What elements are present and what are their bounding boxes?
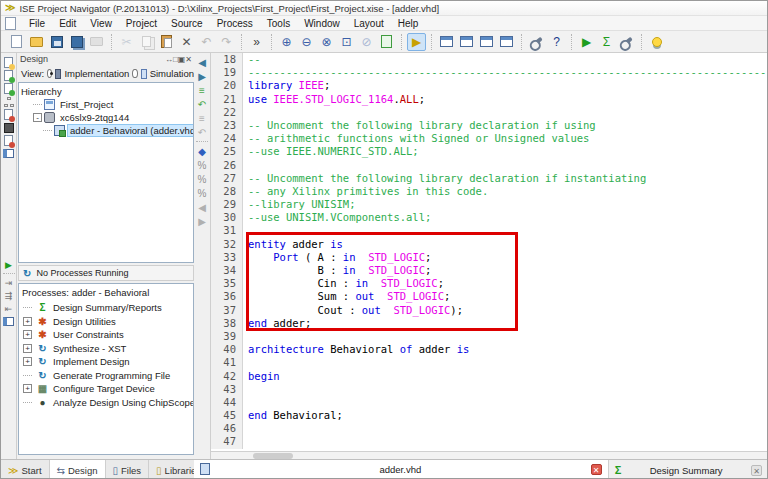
cut-icon-button[interactable]: ✂ [117,33,136,51]
doc-tab-close-icon[interactable]: ✕ [751,465,762,476]
menu-tools[interactable]: Tools [260,17,297,30]
delete-icon-button[interactable]: ✕ [177,33,196,51]
run-icon-button[interactable]: ▶ [577,33,596,51]
tab-start[interactable]: ≫Start [1,460,50,479]
doc-tab-close-icon[interactable]: ✕ [591,464,602,475]
remove-source-icon-button[interactable] [2,108,16,121]
process-item[interactable]: ●Analyze Design Using ChipScope [19,396,193,410]
smart-indent-icon-button[interactable]: ↶ [195,97,210,111]
copy-icon-button[interactable] [137,33,156,51]
process-expander[interactable]: + [23,317,32,326]
editor-horizontal-scrollbar[interactable] [211,451,768,459]
code-editor[interactable]: 18--19----------------------------------… [211,53,768,451]
snapshot-icon-button[interactable] [2,121,16,134]
menu-source[interactable]: Source [164,17,210,30]
zoom-box-icon-button[interactable]: ⊡ [337,33,356,51]
find-icon-button[interactable]: % [195,158,210,172]
design-check-icon-button[interactable] [2,134,16,147]
process-item[interactable]: +↻Implement Design [19,355,193,369]
doc-tab-design-summary[interactable]: ΣDesign Summary✕ [609,460,768,479]
find-next-icon-button[interactable]: % [195,172,210,186]
process-view-icon-button[interactable] [2,315,16,328]
process-item[interactable]: +✱Design Utilities [19,315,193,329]
rerun-all-icon-button[interactable]: ⇶ [2,289,16,302]
goto-icon-button[interactable]: ◆ [195,144,210,158]
prev-marker-icon-button[interactable]: ◀ [195,55,210,69]
zoom-in-icon: ⊕ [281,36,291,48]
code-text [243,422,248,435]
menu-layout[interactable]: Layout [347,17,391,30]
zoom-full-icon-button[interactable]: ⊗ [317,33,336,51]
menu-edit[interactable]: Edit [52,17,83,30]
process-expander[interactable]: + [23,330,32,339]
process-expander[interactable]: + [23,357,32,366]
tab-design[interactable]: ⇆Design [50,460,106,479]
outdent-icon-button[interactable]: ≡ [195,111,210,125]
panel-view-icon-button[interactable] [2,147,16,160]
project-icon [44,99,55,110]
tab-files[interactable]: ▯Files [106,460,150,479]
design-summary-icon-button[interactable]: Σ [597,33,616,51]
layout-tile-horizontal-icon-button[interactable] [457,33,476,51]
undo-icon-button[interactable]: ↶ [197,33,216,51]
process-item[interactable]: ↻Generate Programming File [19,369,193,383]
code-line: 24-- arithmetic functions with Signed or… [211,132,768,145]
process-item[interactable]: +✱User Constraints [19,328,193,342]
view-radio-simulation[interactable] [132,69,137,78]
dock-icon-button[interactable]: ↔ [165,55,173,64]
toolbar-overflow-icon-button[interactable]: » [247,33,266,51]
new-file-icon-button[interactable] [7,33,26,51]
new-source-icon-button[interactable] [2,56,16,69]
impact-icon-button[interactable] [617,33,636,51]
process-expander[interactable]: + [23,384,32,393]
doc-tab-adder-vhd[interactable]: adder.vhd✕ [194,460,609,479]
undo-indent-icon-button[interactable]: ↶ [195,125,210,139]
save-all-icon-button[interactable] [67,33,86,51]
zoom-selection-icon-button[interactable]: ⊘ [357,33,376,51]
menu-file[interactable]: File [22,17,52,30]
indent-icon-button[interactable]: ≡ [195,83,210,97]
tree-item[interactable]: adder - Behavioral (adder.vhd) [19,124,193,137]
check-syntax-icon-button[interactable] [377,33,396,51]
stop-process-icon-button[interactable]: ⇤ [2,302,16,315]
close-icon-button[interactable]: ✕ [185,55,192,64]
layout-tile-vertical-icon-button[interactable] [477,33,496,51]
layout-restore-icon-button[interactable] [497,33,516,51]
zoom-out-icon-button[interactable]: ⊖ [297,33,316,51]
tree-item[interactable]: First_Project [19,98,193,111]
zoom-in-icon-button[interactable]: ⊕ [277,33,296,51]
menu-help[interactable]: Help [391,17,426,30]
redo-icon-button[interactable]: ↷ [217,33,236,51]
print-icon-button[interactable] [87,33,106,51]
tree-item[interactable]: -xc6slx9-2tqg144 [19,111,193,124]
run-process-icon-button[interactable]: ▶ [2,258,16,271]
layout-cascade-icon-button[interactable] [437,33,456,51]
menu-project[interactable]: Project [119,17,164,30]
back-icon-button[interactable]: ◀ [195,200,210,214]
menu-window[interactable]: Window [297,17,347,30]
save-icon-button[interactable] [47,33,66,51]
hierarchy-icon-button[interactable] [2,95,16,108]
view-radio-implementation[interactable] [47,69,52,78]
process-item[interactable]: +↻Synthesize - XST [19,342,193,356]
context-help-icon-button[interactable]: ? [547,33,566,51]
add-source-icon-button[interactable] [2,69,16,82]
settings-wrench-icon-button[interactable] [527,33,546,51]
select-tool-icon-button[interactable]: ▶ [407,33,426,51]
process-item[interactable]: ΣDesign Summary/Reports [19,301,193,315]
rerun-process-icon-button[interactable]: ⇥ [2,276,16,289]
open-project-icon-button[interactable] [27,33,46,51]
replace-icon-button[interactable]: % [195,186,210,200]
process-item[interactable]: +▦Configure Target Device [19,382,193,396]
add-copy-of-source-icon-button[interactable] [2,82,16,95]
tree-expander[interactable]: - [33,113,42,122]
process-expander[interactable]: + [23,344,32,353]
forward-icon-button[interactable]: ▶ [195,214,210,228]
menu-view[interactable]: View [83,17,119,30]
next-marker-icon-button[interactable]: ▶ [195,69,210,83]
menu-process[interactable]: Process [210,17,260,30]
paste-icon-button[interactable] [157,33,176,51]
badge [9,116,15,122]
lightbulb-icon-button[interactable] [647,33,666,51]
code-text: use IEEE.STD_LOGIC_1164.ALL; [243,93,425,106]
